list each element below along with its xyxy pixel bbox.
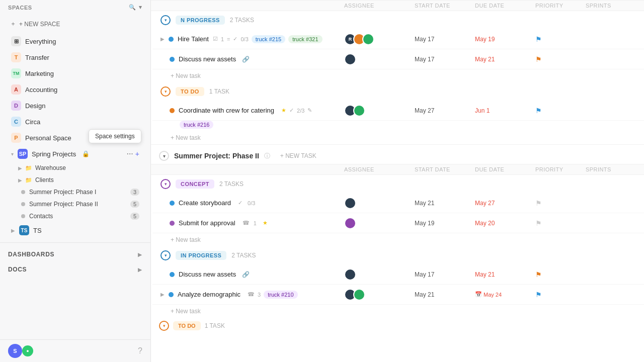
expand-arrow-icon[interactable]: ▶ xyxy=(18,165,22,171)
dashboards-label: DASHBOARDS xyxy=(8,251,54,258)
task-count: 1 TASK xyxy=(209,88,229,95)
transfer-icon: T xyxy=(11,52,21,62)
priority-flag-icon: ⚑ xyxy=(535,35,542,43)
expand-arrow-icon[interactable]: ▶ xyxy=(160,292,165,297)
new-task-phase2-button[interactable]: + NEW TASK xyxy=(280,152,316,159)
col-start-date: START DATE xyxy=(415,3,475,9)
new-task-button[interactable]: + New task xyxy=(152,305,644,318)
chevron-right-icon: ▶ xyxy=(138,267,142,273)
help-icon[interactable]: ? xyxy=(138,346,142,355)
start-date-cell: May 27 xyxy=(415,107,475,114)
column-headers: ASSIGNEE START DATE DUE DATE PRIORITY SP… xyxy=(151,0,644,11)
avatar xyxy=(353,105,365,117)
sidebar-item-marketing[interactable]: TM Marketing xyxy=(3,66,147,81)
sidebar-item-everything[interactable]: ⊞ Everything xyxy=(3,34,147,49)
col-priority: PRIORITY xyxy=(535,166,586,172)
more-options-icon[interactable]: ··· xyxy=(126,149,133,158)
phase2-title: Summer Project: Phase II xyxy=(174,152,259,160)
avatar xyxy=(344,268,356,281)
user-avatar-secondary: ● xyxy=(22,345,33,356)
expand-arrow-icon[interactable]: ▶ xyxy=(11,228,15,233)
status-toggle[interactable]: ▾ xyxy=(160,250,171,260)
chevron-right-icon: ▶ xyxy=(138,252,142,257)
status-toggle[interactable]: ▾ xyxy=(160,179,171,189)
add-to-spring-icon[interactable]: + xyxy=(135,150,139,158)
subtask-count: 1 xyxy=(221,36,224,42)
task-name[interactable]: Hire Talent xyxy=(178,35,209,43)
search-icon[interactable]: 🔍 xyxy=(129,4,136,11)
status-toggle[interactable]: ▾ xyxy=(159,321,169,331)
dashboards-section[interactable]: DASHBOARDS ▶ xyxy=(0,247,150,262)
status-toggle[interactable]: ▾ xyxy=(160,86,171,97)
tag-truck-321: truck #321 xyxy=(288,35,322,43)
priority-cell: ⚑ xyxy=(535,291,586,299)
check-icon: ✓ xyxy=(238,200,243,206)
status-toggle[interactable]: ▾ xyxy=(160,15,171,25)
sidebar-item-personal[interactable]: P Personal Space 🔒 Space settings xyxy=(3,130,147,145)
sidebar-list-phase1[interactable]: Summer Project: Phase I 3 xyxy=(3,187,147,198)
main-content: ASSIGNEE START DATE DUE DATE PRIORITY SP… xyxy=(151,0,644,362)
sidebar-item-accounting[interactable]: A Accounting xyxy=(3,82,147,97)
task-name[interactable]: Coordinate with crew for catering xyxy=(179,107,274,114)
task-name[interactable]: Discuss new assets xyxy=(179,55,236,63)
info-icon: ⓘ xyxy=(264,152,270,160)
sidebar-list-phase2[interactable]: Summer Project: Phase II 5 xyxy=(3,199,147,210)
task-name[interactable]: Discuss new assets xyxy=(179,270,236,278)
folder-label: Warehouse xyxy=(35,164,66,171)
expand-spaces-icon[interactable]: ▾ xyxy=(139,4,142,11)
table-row: ▶ Hire Talent ☑ 1 = ✓ 0/3 truck #215 tru… xyxy=(152,29,644,49)
new-space-button[interactable]: ＋ + NEW SPACE xyxy=(5,17,145,31)
user-avatar[interactable]: S xyxy=(8,344,22,358)
docs-section[interactable]: DOCS ▶ xyxy=(0,262,150,277)
sidebar-item-transfer[interactable]: T Transfer xyxy=(3,50,147,65)
status-group-todo-bottom: ▾ TO DO 1 TASK xyxy=(151,318,644,334)
new-task-button[interactable]: + New task xyxy=(152,69,644,82)
sidebar-item-label: Circa xyxy=(25,118,139,126)
task-name-cell: Discuss new assets 🔗 xyxy=(160,270,344,278)
status-badge-in-progress: N PROGRESS xyxy=(176,16,225,25)
task-name[interactable]: Submit for approval xyxy=(179,219,235,227)
sidebar-item-label: TS xyxy=(33,227,139,234)
priority-flag-icon: ⚑ xyxy=(535,107,542,115)
task-count-bottom: 1 TASK xyxy=(205,322,225,329)
sidebar-item-circa[interactable]: C Circa xyxy=(3,114,147,129)
task-dot-icon xyxy=(170,272,175,277)
task-name[interactable]: Analyze demographic xyxy=(178,291,240,298)
expand-arrow-icon[interactable]: ▾ xyxy=(11,151,14,157)
space-settings-tooltip: Space settings xyxy=(89,129,141,143)
sidebar-folder-clients[interactable]: ▶ 📁 Clients xyxy=(3,174,147,186)
list-dot-icon xyxy=(21,214,25,218)
assignee-cell: R xyxy=(344,33,415,45)
task-name[interactable]: Create storyboard xyxy=(179,199,231,207)
task-name-cell: Submit for approval ☎ 1 ★ xyxy=(160,219,344,227)
new-task-button[interactable]: + New task xyxy=(152,233,644,246)
table-row: Submit for approval ☎ 1 ★ May 19 May 20 … xyxy=(152,213,644,233)
new-task-button[interactable]: + New task xyxy=(152,131,644,144)
avatar-group xyxy=(344,197,356,209)
design-icon: D xyxy=(11,101,21,111)
task-dot-icon xyxy=(170,221,175,226)
list-badge: 5 xyxy=(130,213,139,220)
priority-cell: ⚑ xyxy=(535,55,586,63)
priority-cell: ⚑ xyxy=(535,270,586,279)
status-group-header: ▾ CONCEPT 2 TASKS xyxy=(152,175,644,193)
everything-icon: ⊞ xyxy=(11,36,21,46)
expand-button[interactable]: ▾ xyxy=(159,151,169,161)
sidebar-item-ts[interactable]: ▶ TS TS xyxy=(3,223,147,238)
task-count: 2 TASKS xyxy=(219,180,244,188)
priority-flag-icon: ⚑ xyxy=(535,219,542,227)
sidebar-item-design[interactable]: D Design xyxy=(3,98,147,113)
sidebar-item-spring-projects[interactable]: ▾ SP Spring Projects 🔒 ··· + xyxy=(3,146,147,161)
sidebar-list-contacts[interactable]: Contacts 5 xyxy=(3,211,147,222)
expand-arrow-icon[interactable]: ▶ xyxy=(18,177,22,183)
col-assignee: ASSIGNEE xyxy=(344,3,415,9)
divider xyxy=(0,242,150,243)
col-assignee: ASSIGNEE xyxy=(344,166,415,172)
expand-arrow-icon[interactable]: ▶ xyxy=(160,36,165,42)
task-count: 2 TASKS xyxy=(230,17,254,24)
task-dot-icon xyxy=(170,201,175,206)
sidebar-folder-warehouse[interactable]: ▶ 📁 Warehouse xyxy=(3,162,147,173)
avatar-group: R xyxy=(344,33,374,45)
status-group-todo-1: ▾ TO DO 1 TASK Coordinate with crew for … xyxy=(151,82,644,144)
due-date-cell: May 21 xyxy=(475,56,535,63)
